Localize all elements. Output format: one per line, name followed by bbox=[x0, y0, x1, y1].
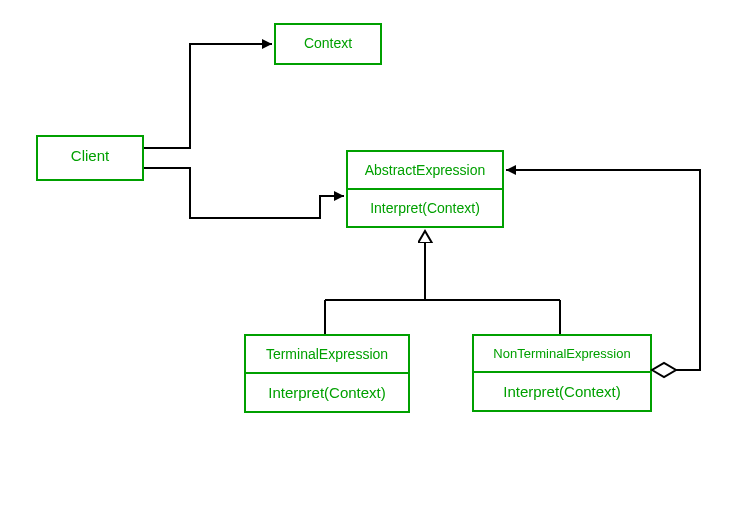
terminal-expression-class-box: TerminalExpression Interpret(Context) bbox=[244, 334, 410, 413]
client-title: Client bbox=[38, 137, 142, 174]
client-class-box: Client bbox=[36, 135, 144, 181]
composition-diamond bbox=[652, 363, 676, 377]
context-title: Context bbox=[276, 25, 380, 61]
terminal-expression-method: Interpret(Context) bbox=[246, 372, 408, 411]
client-to-abstract-arrow bbox=[144, 168, 344, 218]
terminal-expression-title: TerminalExpression bbox=[246, 336, 408, 372]
nonterminal-expression-class-box: NonTerminalExpression Interpret(Context) bbox=[472, 334, 652, 412]
connectors bbox=[0, 0, 740, 514]
nonterminal-expression-title: NonTerminalExpression bbox=[474, 336, 650, 371]
abstract-expression-method: Interpret(Context) bbox=[348, 188, 502, 226]
abstract-expression-class-box: AbstractExpression Interpret(Context) bbox=[346, 150, 504, 228]
abstract-expression-title: AbstractExpression bbox=[348, 152, 502, 188]
client-to-context-arrow bbox=[144, 44, 272, 148]
nonterminal-expression-method: Interpret(Context) bbox=[474, 371, 650, 410]
context-class-box: Context bbox=[274, 23, 382, 65]
